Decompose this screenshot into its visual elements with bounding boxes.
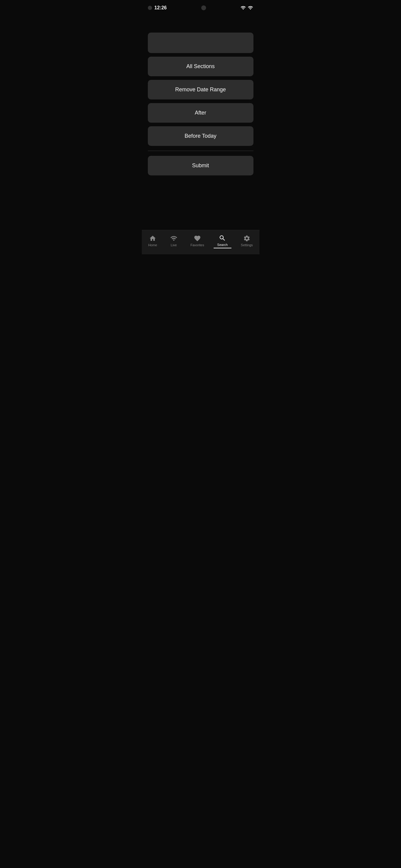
- main-content: All Sections Remove Date Range After Bef…: [142, 14, 259, 181]
- settings-icon: [243, 235, 251, 242]
- nav-item-home[interactable]: Home: [145, 234, 161, 248]
- bottom-nav: Home Live Favorites Search Settings: [142, 230, 259, 254]
- search-icon: [219, 235, 226, 242]
- nav-label-search: Search: [217, 243, 228, 247]
- live-icon: [170, 235, 177, 242]
- nav-label-favorites: Favorites: [191, 243, 204, 247]
- status-dot: [148, 6, 152, 10]
- nav-label-home: Home: [148, 243, 157, 247]
- all-sections-button[interactable]: All Sections: [148, 57, 254, 76]
- divider: [148, 151, 254, 151]
- after-button[interactable]: After: [148, 103, 254, 123]
- before-today-button[interactable]: Before Today: [148, 126, 254, 146]
- nav-label-live: Live: [171, 243, 177, 247]
- favorites-icon: [194, 235, 201, 242]
- wifi-icon: [240, 5, 246, 10]
- empty-button[interactable]: [148, 33, 254, 53]
- status-left: 12:26: [148, 5, 167, 10]
- remove-date-range-button[interactable]: Remove Date Range: [148, 80, 254, 99]
- nav-item-search[interactable]: Search: [213, 233, 231, 248]
- submit-button[interactable]: Submit: [148, 156, 254, 176]
- status-right: [240, 5, 253, 10]
- home-icon: [149, 235, 156, 242]
- signal-icon: [248, 5, 253, 10]
- nav-item-live[interactable]: Live: [167, 234, 181, 248]
- status-bar: 12:26: [142, 0, 259, 14]
- nav-item-settings[interactable]: Settings: [237, 234, 256, 248]
- status-center-dot: [201, 5, 206, 10]
- status-time: 12:26: [154, 5, 167, 10]
- nav-item-favorites[interactable]: Favorites: [187, 234, 208, 248]
- nav-label-settings: Settings: [241, 243, 253, 247]
